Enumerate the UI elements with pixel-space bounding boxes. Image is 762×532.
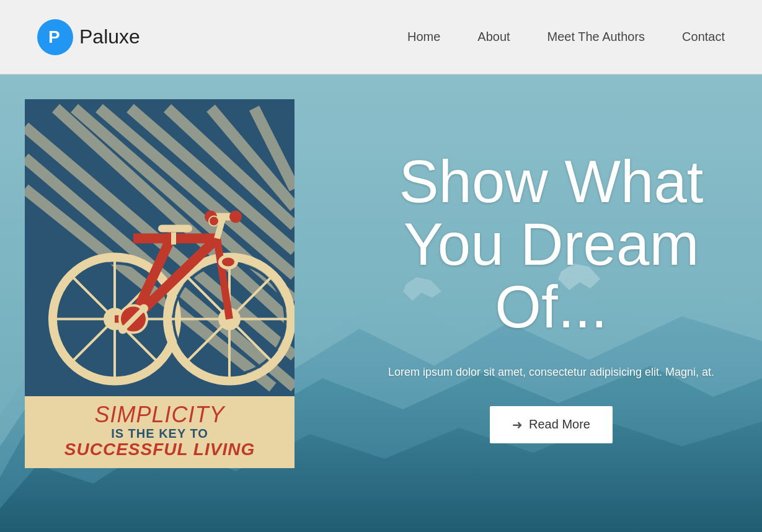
hero-title: Show What You Dream Of... [378, 151, 725, 338]
nav-item-contact[interactable]: Contact [682, 30, 725, 44]
main-nav: Home About Meet The Authors Contact [407, 30, 725, 44]
svg-point-48 [118, 326, 127, 334]
hero-subtitle: Lorem ipsum dolor sit amet, consectetur … [388, 363, 714, 381]
hero-section: SIMPLICITY IS THE KEY TO SUCCESSFUL LIVI… [0, 74, 762, 532]
logo[interactable]: P Paluxe [37, 19, 140, 55]
book-poster: SIMPLICITY IS THE KEY TO SUCCESSFUL LIVI… [25, 99, 295, 468]
poster-line3: SUCCESSFUL LIVING [35, 441, 285, 458]
svg-point-49 [140, 304, 148, 313]
svg-text:P: P [48, 27, 60, 47]
logo-icon: P [37, 19, 73, 55]
read-more-button[interactable]: ➜ Read More [490, 406, 613, 443]
read-more-label: Read More [529, 417, 590, 432]
poster-line1: SIMPLICITY [35, 404, 285, 426]
logo-text: Paluxe [79, 25, 140, 48]
nav-item-authors[interactable]: Meet The Authors [547, 30, 645, 44]
svg-point-43 [229, 211, 242, 223]
nav-item-home[interactable]: Home [407, 30, 440, 44]
arrow-right-icon: ➜ [512, 417, 523, 432]
hero-content: Show What You Dream Of... Lorem ipsum do… [340, 74, 762, 532]
svg-point-52 [209, 216, 219, 226]
poster-text-area: SIMPLICITY IS THE KEY TO SUCCESSFUL LIVI… [25, 396, 295, 468]
svg-point-51 [222, 258, 234, 267]
site-header: P Paluxe Home About Meet The Authors Con… [0, 0, 762, 74]
poster-line2: IS THE KEY TO [35, 426, 285, 441]
svg-rect-44 [158, 225, 192, 233]
nav-item-about[interactable]: About [477, 30, 510, 44]
